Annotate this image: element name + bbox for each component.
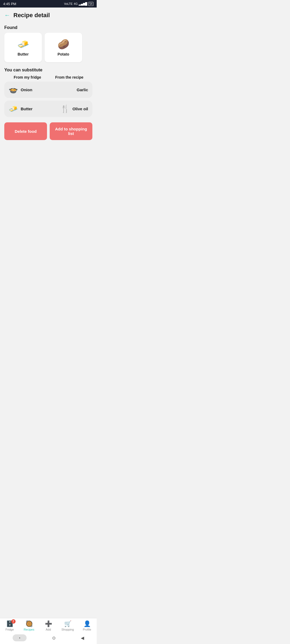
col-fridge-label: From my fridge [6, 75, 48, 79]
substitute-row-2: 🧈 Butter 🍴 Olive oil [4, 101, 92, 117]
oliveoil-label: Olive oil [73, 107, 88, 111]
sub-left-2: 🧈 Butter [9, 104, 48, 113]
butter-sub-icon: 🧈 [9, 104, 18, 113]
status-icons: VoLTE 4G ▂▄▆█ 54 [64, 2, 93, 6]
signal-strength: 4G [74, 2, 78, 5]
battery-indicator: 54 [88, 2, 93, 6]
onion-icon: 🍲 [9, 85, 18, 94]
substitute-column-headers: From my fridge From the recipe [4, 75, 92, 79]
butter-label: Butter [17, 52, 28, 56]
sub-right-1: Garlic [48, 87, 88, 92]
garlic-label: Garlic [77, 87, 88, 92]
found-section-title: Found [4, 25, 92, 30]
col-recipe-label: From the recipe [48, 75, 90, 79]
page-title: Recipe detail [13, 12, 50, 19]
butter-sub-label: Butter [21, 107, 32, 111]
signal-bars: ▂▄▆█ [79, 2, 87, 6]
substitute-section-title: You can substitute [4, 68, 92, 72]
potato-label: Potato [57, 52, 69, 56]
lte-icon: VoLTE [64, 2, 73, 5]
oliveoil-icon: 🍴 [60, 104, 70, 113]
main-content: Found 🧈 Butter 🥔 Potato You can substitu… [0, 21, 97, 142]
found-item-butter: 🧈 Butter [4, 33, 42, 62]
back-button[interactable]: ← [4, 12, 10, 19]
substitute-row-1: 🍲 Onion Garlic [4, 82, 92, 98]
page-header: ← Recipe detail [0, 8, 97, 21]
found-item-potato: 🥔 Potato [45, 33, 82, 62]
status-time: 4:45 PM [3, 2, 16, 6]
action-buttons: Delete food Add to shopping list [4, 122, 92, 140]
potato-icon: 🥔 [57, 39, 70, 50]
sub-right-2: 🍴 Olive oil [48, 104, 88, 113]
add-to-shopping-list-button[interactable]: Add to shopping list [50, 122, 92, 140]
found-items-grid: 🧈 Butter 🥔 Potato [4, 33, 92, 62]
sub-left-1: 🍲 Onion [9, 85, 48, 94]
delete-food-button[interactable]: Delete food [4, 122, 47, 140]
status-bar: 4:45 PM VoLTE 4G ▂▄▆█ 54 [0, 0, 97, 8]
butter-icon: 🧈 [17, 39, 29, 50]
onion-label: Onion [21, 87, 32, 92]
